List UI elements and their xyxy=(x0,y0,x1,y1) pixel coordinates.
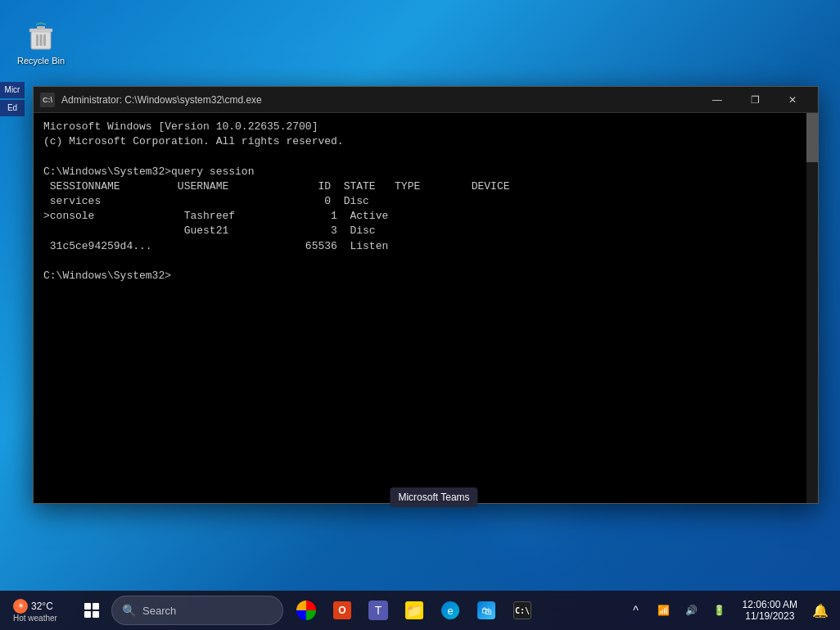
cmd-command-line: C:\Windows\System32>query session xyxy=(43,165,808,179)
cmd-scrollbar-thumb[interactable] xyxy=(806,113,818,162)
clock-time-display: 12:06:00 AM xyxy=(743,599,797,610)
edge-icon: e xyxy=(441,601,459,619)
clock-date-display: 11/19/2023 xyxy=(745,610,794,622)
file-explorer-icon: 📁 xyxy=(405,601,423,619)
store-icon: 🛍 xyxy=(477,601,495,619)
cmd-line-1: Microsoft Windows [Version 10.0.22635.27… xyxy=(43,120,808,134)
taskbar-clock[interactable]: 12:06:00 AM 11/19/2023 xyxy=(736,599,804,622)
desktop: Recycle Bin Micr Ed C:\ Administrator: C… xyxy=(0,0,840,630)
svg-rect-15 xyxy=(37,26,45,29)
taskbar-app-office[interactable]: O xyxy=(326,594,359,627)
search-placeholder-text: Search xyxy=(142,605,176,617)
weather-desc-text: Hot weather xyxy=(13,614,57,623)
cmd-titlebar[interactable]: C:\ Administrator: C:\Windows\system32\c… xyxy=(34,87,818,113)
notification-bell[interactable]: 🔔 xyxy=(807,594,833,627)
recycle-bin-label: Recycle Bin xyxy=(17,56,65,66)
tray-volume[interactable]: 🔊 xyxy=(679,597,705,623)
cmd-title-icon: C:\ xyxy=(40,93,55,107)
recycle-bin-icon[interactable]: Recycle Bin xyxy=(8,16,74,70)
taskbar-pinned-apps: O T 📁 e 🛍 C:\ xyxy=(290,594,539,627)
cmd-table-header: SESSIONNAME USERNAME ID STATE TYPE DEVIC… xyxy=(43,179,808,194)
cmd-body[interactable]: Microsoft Windows [Version 10.0.22635.27… xyxy=(34,113,818,503)
cmd-blank-line xyxy=(43,254,808,269)
cmd-taskbar-icon: C:\ xyxy=(513,601,531,619)
start-button[interactable] xyxy=(75,594,108,627)
svg-rect-13 xyxy=(43,34,46,46)
recycle-bin-image xyxy=(25,20,57,52)
left-edge-apps: Micr Ed xyxy=(0,82,25,116)
weather-temp-display: ☀ 32°C xyxy=(13,599,53,614)
weather-sun-icon: ☀ xyxy=(13,599,28,614)
taskbar-app-teams[interactable]: T xyxy=(362,594,395,627)
cmd-window-controls: — ❐ ✕ xyxy=(698,87,811,113)
cmd-prompt-end: C:\Windows\System32> xyxy=(43,269,808,283)
cmd-line-2: (c) Microsoft Corporation. All rights re… xyxy=(43,134,808,149)
left-edge-ed[interactable]: Ed xyxy=(0,100,25,116)
tray-wifi[interactable]: 📶 xyxy=(651,597,677,623)
taskbar-weather[interactable]: ☀ 32°C Hot weather xyxy=(7,599,72,623)
teams-tooltip-text: Microsoft Teams xyxy=(390,487,477,507)
office-icon: O xyxy=(333,601,351,619)
svg-rect-12 xyxy=(40,34,43,46)
cmd-minimize-button[interactable]: — xyxy=(698,87,736,113)
windows-logo-icon xyxy=(84,603,99,618)
cmd-table-row4: 31c5ce94259d4... 65536 Listen xyxy=(43,239,808,254)
cmd-title-text: Administrator: C:\Windows\system32\cmd.e… xyxy=(61,94,698,106)
cmd-maximize-button[interactable]: ❐ xyxy=(736,87,774,113)
cmd-line-3 xyxy=(43,149,808,164)
cmd-table-row1: services 0 Disc xyxy=(43,194,808,209)
taskbar-app-cmd[interactable]: C:\ xyxy=(506,594,539,627)
weather-temp-text: 32°C xyxy=(31,601,53,612)
tray-battery[interactable]: 🔋 xyxy=(707,597,733,623)
svg-rect-11 xyxy=(36,34,38,46)
cmd-table-row2: >console Tashreef 1 Active xyxy=(43,209,808,224)
left-edge-micr[interactable]: Micr xyxy=(0,82,25,98)
taskbar-app-ms365[interactable] xyxy=(290,594,323,627)
search-icon: 🔍 xyxy=(122,604,136,617)
teams-icon: T xyxy=(368,601,388,620)
tray-chevron[interactable]: ^ xyxy=(623,597,649,623)
ms365-icon xyxy=(296,601,316,620)
taskbar-search-box[interactable]: 🔍 Search xyxy=(111,596,283,625)
taskbar-app-store[interactable]: 🛍 xyxy=(470,594,503,627)
taskbar: ☀ 32°C Hot weather 🔍 Search O xyxy=(0,591,840,630)
taskbar-app-file-explorer[interactable]: 📁 xyxy=(398,594,431,627)
cmd-table-row3: Guest21 3 Disc xyxy=(43,224,808,238)
cmd-window: C:\ Administrator: C:\Windows\system32\c… xyxy=(33,86,819,504)
taskbar-app-edge[interactable]: e xyxy=(434,594,467,627)
cmd-scrollbar[interactable] xyxy=(806,113,818,503)
cmd-close-button[interactable]: ✕ xyxy=(774,87,811,113)
system-tray: ^ 📶 🔊 🔋 xyxy=(623,597,733,623)
